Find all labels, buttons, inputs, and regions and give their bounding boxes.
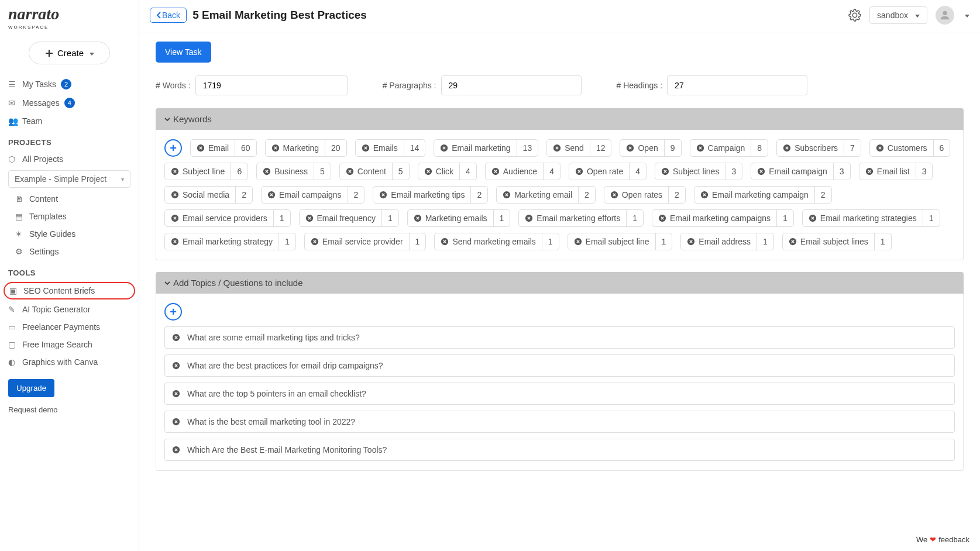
remove-keyword-button[interactable] bbox=[575, 167, 583, 175]
remove-keyword-button[interactable] bbox=[346, 167, 354, 175]
remove-keyword-button[interactable] bbox=[626, 144, 634, 152]
keyword-chip: Email marketing campaigns1 bbox=[652, 209, 794, 227]
keyword-count: 4 bbox=[459, 163, 476, 180]
avatar[interactable] bbox=[936, 6, 954, 25]
sidebar-item-free-image-search[interactable]: ▢ Free Image Search bbox=[0, 336, 139, 353]
remove-keyword-button[interactable] bbox=[362, 144, 370, 152]
my-tasks-badge: 2 bbox=[61, 79, 71, 89]
keyword-label: Email campaigns bbox=[262, 187, 348, 203]
remove-keyword-button[interactable] bbox=[503, 191, 511, 199]
remove-topic-button[interactable] bbox=[172, 446, 180, 454]
remove-keyword-button[interactable] bbox=[311, 237, 319, 246]
remove-keyword-button[interactable] bbox=[263, 167, 271, 175]
keyword-label: Email service providers bbox=[165, 210, 273, 226]
remove-keyword-button[interactable] bbox=[696, 144, 704, 152]
keyword-text: Emails bbox=[373, 143, 398, 153]
remove-keyword-button[interactable] bbox=[574, 237, 582, 246]
words-input[interactable] bbox=[195, 75, 348, 95]
remove-topic-button[interactable] bbox=[172, 333, 180, 342]
sidebar-item-settings[interactable]: ⚙ Settings bbox=[0, 243, 139, 260]
sidebar-item-messages[interactable]: ✉ Messages 4 bbox=[0, 94, 139, 112]
sidebar-item-freelancer-payments[interactable]: ▭ Freelancer Payments bbox=[0, 318, 139, 336]
sidebar-item-seo-briefs[interactable]: ▣ SEO Content Briefs bbox=[4, 282, 135, 299]
settings-icon[interactable] bbox=[848, 9, 861, 22]
chevron-down-icon: ▾ bbox=[121, 176, 124, 182]
remove-keyword-button[interactable] bbox=[610, 191, 618, 199]
keyword-text: Marketing bbox=[283, 143, 319, 153]
keyword-chip: Email frequency1 bbox=[299, 209, 399, 227]
remove-keyword-button[interactable] bbox=[197, 144, 205, 152]
create-button[interactable]: Create bbox=[29, 42, 110, 64]
remove-keyword-button[interactable] bbox=[783, 144, 791, 152]
keyword-text: Business bbox=[274, 167, 308, 176]
remove-keyword-button[interactable] bbox=[379, 191, 387, 199]
keyword-text: Audience bbox=[503, 167, 537, 176]
request-demo-link[interactable]: Request demo bbox=[0, 403, 139, 416]
remove-keyword-button[interactable] bbox=[553, 144, 561, 152]
keyword-text: Open bbox=[638, 143, 658, 153]
add-topic-button[interactable]: + bbox=[164, 303, 182, 321]
remove-keyword-button[interactable] bbox=[789, 237, 797, 246]
remove-keyword-button[interactable] bbox=[271, 144, 280, 152]
keyword-count: 5 bbox=[314, 163, 331, 180]
topics-panel-header[interactable]: Add Topics / Questions to include bbox=[156, 272, 964, 294]
sidebar-item-content[interactable]: 🗎 Content bbox=[0, 190, 139, 208]
sidebar-item-style-guides[interactable]: ✶ Style Guides bbox=[0, 225, 139, 243]
sidebar: narrato WORKSPACE Create ☰ My Tasks 2 ✉ … bbox=[0, 0, 139, 551]
paragraphs-input[interactable] bbox=[441, 75, 582, 95]
sidebar-item-templates[interactable]: ▤ Templates bbox=[0, 208, 139, 225]
keyword-chip: Email marketing campaign2 bbox=[694, 186, 832, 204]
keyword-chip: Click4 bbox=[418, 163, 477, 180]
remove-keyword-button[interactable] bbox=[414, 214, 422, 222]
remove-keyword-button[interactable] bbox=[757, 167, 765, 175]
remove-keyword-button[interactable] bbox=[305, 214, 314, 222]
sidebar-item-team[interactable]: 👥 Team bbox=[0, 112, 139, 130]
keyword-chip: Content5 bbox=[339, 163, 410, 180]
keywords-panel-header[interactable]: Keywords bbox=[156, 108, 964, 130]
remove-keyword-button[interactable] bbox=[171, 191, 179, 199]
keyword-chip: Email list3 bbox=[859, 163, 933, 180]
sidebar-item-my-tasks[interactable]: ☰ My Tasks 2 bbox=[0, 75, 139, 94]
remove-topic-button[interactable] bbox=[172, 361, 180, 370]
keyword-text: Send marketing emails bbox=[452, 237, 535, 246]
team-label: Team bbox=[22, 116, 42, 126]
content-area: View Task # Words : # Paragraphs : # Hea… bbox=[139, 33, 980, 551]
feedback-link[interactable]: We ❤ feedback bbox=[916, 535, 969, 544]
remove-keyword-button[interactable] bbox=[440, 144, 448, 152]
remove-keyword-button[interactable] bbox=[809, 214, 817, 222]
keyword-label: Content bbox=[340, 163, 392, 180]
remove-keyword-button[interactable] bbox=[876, 144, 884, 152]
keyword-count: 1 bbox=[493, 210, 510, 226]
remove-keyword-button[interactable] bbox=[687, 237, 695, 246]
feedback-post: feedback bbox=[938, 535, 969, 544]
remove-keyword-button[interactable] bbox=[171, 167, 179, 175]
remove-keyword-button[interactable] bbox=[441, 237, 449, 246]
remove-keyword-button[interactable] bbox=[491, 167, 500, 175]
remove-topic-button[interactable] bbox=[172, 418, 180, 426]
remove-keyword-button[interactable] bbox=[865, 167, 874, 175]
back-button[interactable]: Back bbox=[150, 8, 187, 23]
sidebar-item-all-projects[interactable]: ⬡ All Projects bbox=[0, 150, 139, 168]
remove-topic-button[interactable] bbox=[172, 390, 180, 398]
remove-keyword-button[interactable] bbox=[267, 191, 276, 199]
headings-input[interactable] bbox=[667, 75, 807, 95]
sidebar-item-ai-topic[interactable]: ✎ AI Topic Generator bbox=[0, 301, 139, 318]
keyword-label: Open bbox=[620, 140, 663, 156]
remove-keyword-button[interactable] bbox=[658, 214, 666, 222]
add-keyword-button[interactable]: + bbox=[164, 139, 182, 157]
topics-header-label: Add Topics / Questions to include bbox=[173, 278, 303, 288]
upgrade-button[interactable]: Upgrade bbox=[8, 379, 54, 397]
keyword-count: 2 bbox=[348, 187, 365, 203]
remove-keyword-button[interactable] bbox=[700, 191, 709, 199]
remove-keyword-button[interactable] bbox=[525, 214, 533, 222]
remove-keyword-button[interactable] bbox=[424, 167, 432, 175]
sidebar-item-canva[interactable]: ◐ Graphics with Canva bbox=[0, 353, 139, 371]
environment-select[interactable]: sandbox bbox=[869, 6, 927, 24]
remove-keyword-button[interactable] bbox=[171, 214, 179, 222]
remove-keyword-button[interactable] bbox=[171, 237, 179, 246]
remove-keyword-button[interactable] bbox=[661, 167, 669, 175]
project-select[interactable]: Example - Simple Project ▾ bbox=[8, 170, 130, 188]
keyword-chip: Email60 bbox=[190, 139, 257, 157]
keyword-label: Social media bbox=[165, 187, 235, 203]
view-task-button[interactable]: View Task bbox=[156, 42, 211, 63]
